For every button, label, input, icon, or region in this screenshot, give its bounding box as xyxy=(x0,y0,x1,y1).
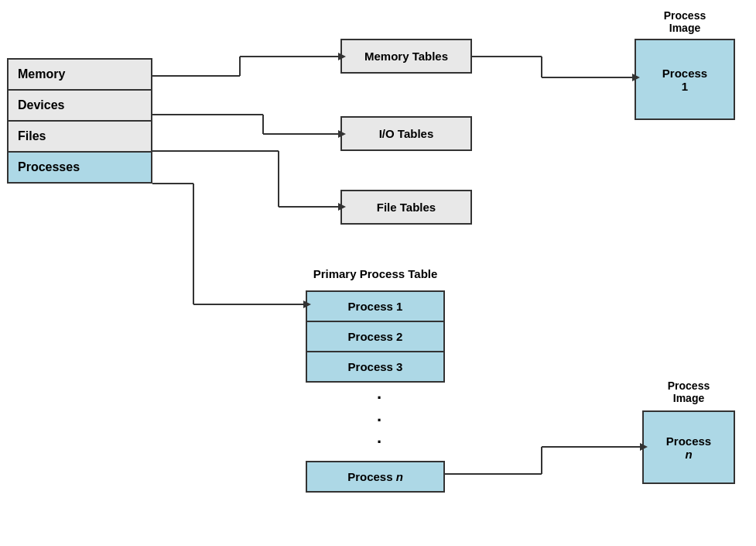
io-tables-box: I/O Tables xyxy=(340,116,472,151)
os-row-files: Files xyxy=(9,122,151,153)
process-row-1: Process 1 xyxy=(307,292,443,322)
file-tables-box: File Tables xyxy=(340,190,472,225)
primary-process-table-label: Primary Process Table xyxy=(286,267,464,280)
process-image-top-label: ProcessImage xyxy=(635,9,735,34)
os-row-processes: Processes xyxy=(9,153,151,182)
os-table-box: Memory Devices Files Processes xyxy=(7,58,152,184)
process-row-3: Process 3 xyxy=(307,352,443,381)
process-row-2: Process 2 xyxy=(307,322,443,352)
process-n-box: Process n xyxy=(306,461,445,493)
memory-tables-box: Memory Tables xyxy=(340,39,472,74)
process-image-bottom-box: Process n xyxy=(642,410,735,484)
process-image-bottom-label: ProcessImage xyxy=(642,379,735,404)
primary-process-table: Process 1 Process 2 Process 3 xyxy=(306,290,445,383)
diagram-container: Memory Devices Files Processes Memory Ta… xyxy=(0,0,756,546)
process-image-top-box: Process 1 xyxy=(635,39,735,120)
ellipsis-dots: ··· xyxy=(356,387,402,454)
os-row-devices: Devices xyxy=(9,91,151,122)
os-row-memory: Memory xyxy=(9,60,151,91)
